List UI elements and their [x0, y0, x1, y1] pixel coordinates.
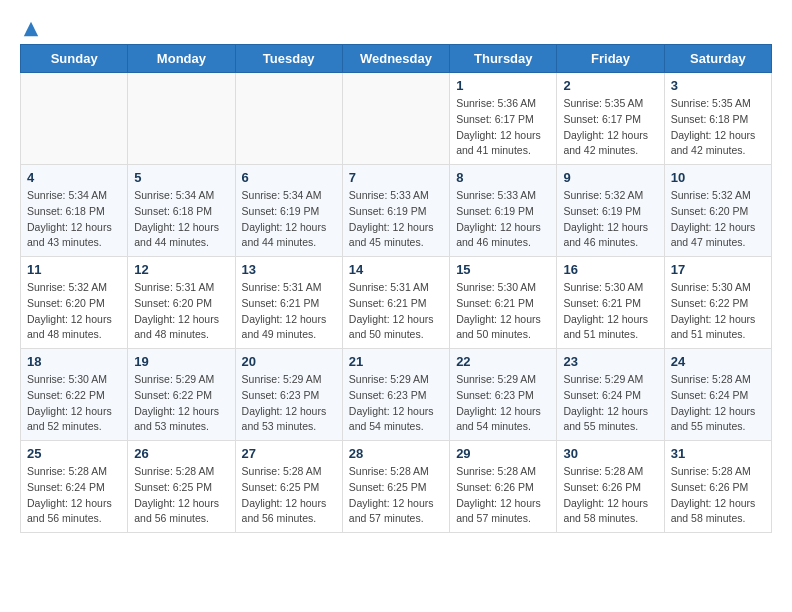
calendar-week-5: 25Sunrise: 5:28 AM Sunset: 6:24 PM Dayli…: [21, 441, 772, 533]
day-info: Sunrise: 5:29 AM Sunset: 6:22 PM Dayligh…: [134, 372, 228, 435]
day-number: 2: [563, 78, 657, 93]
day-info: Sunrise: 5:28 AM Sunset: 6:24 PM Dayligh…: [671, 372, 765, 435]
logo: [20, 20, 40, 34]
calendar-cell: [128, 73, 235, 165]
calendar-cell: 28Sunrise: 5:28 AM Sunset: 6:25 PM Dayli…: [342, 441, 449, 533]
calendar-week-2: 4Sunrise: 5:34 AM Sunset: 6:18 PM Daylig…: [21, 165, 772, 257]
day-number: 27: [242, 446, 336, 461]
day-info: Sunrise: 5:30 AM Sunset: 6:21 PM Dayligh…: [456, 280, 550, 343]
calendar-cell: 9Sunrise: 5:32 AM Sunset: 6:19 PM Daylig…: [557, 165, 664, 257]
day-header-sunday: Sunday: [21, 45, 128, 73]
page-header: [20, 20, 772, 34]
day-number: 25: [27, 446, 121, 461]
day-header-tuesday: Tuesday: [235, 45, 342, 73]
day-info: Sunrise: 5:29 AM Sunset: 6:24 PM Dayligh…: [563, 372, 657, 435]
day-number: 22: [456, 354, 550, 369]
calendar-cell: 12Sunrise: 5:31 AM Sunset: 6:20 PM Dayli…: [128, 257, 235, 349]
calendar-cell: [21, 73, 128, 165]
day-header-monday: Monday: [128, 45, 235, 73]
day-info: Sunrise: 5:29 AM Sunset: 6:23 PM Dayligh…: [242, 372, 336, 435]
day-number: 23: [563, 354, 657, 369]
day-info: Sunrise: 5:28 AM Sunset: 6:25 PM Dayligh…: [134, 464, 228, 527]
calendar-cell: 15Sunrise: 5:30 AM Sunset: 6:21 PM Dayli…: [450, 257, 557, 349]
calendar-cell: 7Sunrise: 5:33 AM Sunset: 6:19 PM Daylig…: [342, 165, 449, 257]
day-info: Sunrise: 5:33 AM Sunset: 6:19 PM Dayligh…: [349, 188, 443, 251]
day-number: 18: [27, 354, 121, 369]
calendar-cell: 11Sunrise: 5:32 AM Sunset: 6:20 PM Dayli…: [21, 257, 128, 349]
calendar-cell: 5Sunrise: 5:34 AM Sunset: 6:18 PM Daylig…: [128, 165, 235, 257]
day-number: 29: [456, 446, 550, 461]
day-info: Sunrise: 5:30 AM Sunset: 6:22 PM Dayligh…: [27, 372, 121, 435]
day-number: 1: [456, 78, 550, 93]
day-info: Sunrise: 5:32 AM Sunset: 6:20 PM Dayligh…: [27, 280, 121, 343]
day-info: Sunrise: 5:28 AM Sunset: 6:26 PM Dayligh…: [563, 464, 657, 527]
calendar-week-4: 18Sunrise: 5:30 AM Sunset: 6:22 PM Dayli…: [21, 349, 772, 441]
calendar-cell: 31Sunrise: 5:28 AM Sunset: 6:26 PM Dayli…: [664, 441, 771, 533]
day-info: Sunrise: 5:29 AM Sunset: 6:23 PM Dayligh…: [349, 372, 443, 435]
calendar-cell: 18Sunrise: 5:30 AM Sunset: 6:22 PM Dayli…: [21, 349, 128, 441]
day-info: Sunrise: 5:28 AM Sunset: 6:24 PM Dayligh…: [27, 464, 121, 527]
day-info: Sunrise: 5:31 AM Sunset: 6:20 PM Dayligh…: [134, 280, 228, 343]
day-number: 5: [134, 170, 228, 185]
day-header-friday: Friday: [557, 45, 664, 73]
day-info: Sunrise: 5:36 AM Sunset: 6:17 PM Dayligh…: [456, 96, 550, 159]
calendar-cell: 29Sunrise: 5:28 AM Sunset: 6:26 PM Dayli…: [450, 441, 557, 533]
calendar-cell: 10Sunrise: 5:32 AM Sunset: 6:20 PM Dayli…: [664, 165, 771, 257]
day-info: Sunrise: 5:30 AM Sunset: 6:21 PM Dayligh…: [563, 280, 657, 343]
day-info: Sunrise: 5:33 AM Sunset: 6:19 PM Dayligh…: [456, 188, 550, 251]
day-number: 19: [134, 354, 228, 369]
calendar-cell: 30Sunrise: 5:28 AM Sunset: 6:26 PM Dayli…: [557, 441, 664, 533]
calendar-cell: 1Sunrise: 5:36 AM Sunset: 6:17 PM Daylig…: [450, 73, 557, 165]
calendar-cell: 6Sunrise: 5:34 AM Sunset: 6:19 PM Daylig…: [235, 165, 342, 257]
calendar-cell: 8Sunrise: 5:33 AM Sunset: 6:19 PM Daylig…: [450, 165, 557, 257]
calendar-cell: 3Sunrise: 5:35 AM Sunset: 6:18 PM Daylig…: [664, 73, 771, 165]
calendar-cell: 19Sunrise: 5:29 AM Sunset: 6:22 PM Dayli…: [128, 349, 235, 441]
calendar-cell: 21Sunrise: 5:29 AM Sunset: 6:23 PM Dayli…: [342, 349, 449, 441]
day-header-thursday: Thursday: [450, 45, 557, 73]
calendar-cell: 14Sunrise: 5:31 AM Sunset: 6:21 PM Dayli…: [342, 257, 449, 349]
calendar-cell: 2Sunrise: 5:35 AM Sunset: 6:17 PM Daylig…: [557, 73, 664, 165]
day-info: Sunrise: 5:28 AM Sunset: 6:25 PM Dayligh…: [349, 464, 443, 527]
calendar-cell: 20Sunrise: 5:29 AM Sunset: 6:23 PM Dayli…: [235, 349, 342, 441]
calendar-week-1: 1Sunrise: 5:36 AM Sunset: 6:17 PM Daylig…: [21, 73, 772, 165]
day-info: Sunrise: 5:34 AM Sunset: 6:19 PM Dayligh…: [242, 188, 336, 251]
day-info: Sunrise: 5:32 AM Sunset: 6:19 PM Dayligh…: [563, 188, 657, 251]
day-info: Sunrise: 5:30 AM Sunset: 6:22 PM Dayligh…: [671, 280, 765, 343]
calendar-cell: 17Sunrise: 5:30 AM Sunset: 6:22 PM Dayli…: [664, 257, 771, 349]
calendar-cell: 4Sunrise: 5:34 AM Sunset: 6:18 PM Daylig…: [21, 165, 128, 257]
calendar-cell: 24Sunrise: 5:28 AM Sunset: 6:24 PM Dayli…: [664, 349, 771, 441]
day-info: Sunrise: 5:35 AM Sunset: 6:18 PM Dayligh…: [671, 96, 765, 159]
day-info: Sunrise: 5:35 AM Sunset: 6:17 PM Dayligh…: [563, 96, 657, 159]
day-number: 6: [242, 170, 336, 185]
day-number: 31: [671, 446, 765, 461]
day-header-wednesday: Wednesday: [342, 45, 449, 73]
calendar-cell: 22Sunrise: 5:29 AM Sunset: 6:23 PM Dayli…: [450, 349, 557, 441]
day-info: Sunrise: 5:28 AM Sunset: 6:25 PM Dayligh…: [242, 464, 336, 527]
calendar-cell: [342, 73, 449, 165]
day-number: 17: [671, 262, 765, 277]
calendar-cell: [235, 73, 342, 165]
day-number: 14: [349, 262, 443, 277]
day-number: 30: [563, 446, 657, 461]
day-info: Sunrise: 5:28 AM Sunset: 6:26 PM Dayligh…: [456, 464, 550, 527]
day-number: 10: [671, 170, 765, 185]
day-number: 12: [134, 262, 228, 277]
day-info: Sunrise: 5:34 AM Sunset: 6:18 PM Dayligh…: [27, 188, 121, 251]
day-info: Sunrise: 5:28 AM Sunset: 6:26 PM Dayligh…: [671, 464, 765, 527]
day-number: 21: [349, 354, 443, 369]
calendar-cell: 13Sunrise: 5:31 AM Sunset: 6:21 PM Dayli…: [235, 257, 342, 349]
day-number: 16: [563, 262, 657, 277]
calendar-table: SundayMondayTuesdayWednesdayThursdayFrid…: [20, 44, 772, 533]
calendar-cell: 26Sunrise: 5:28 AM Sunset: 6:25 PM Dayli…: [128, 441, 235, 533]
logo-icon: [22, 20, 40, 38]
day-info: Sunrise: 5:32 AM Sunset: 6:20 PM Dayligh…: [671, 188, 765, 251]
day-number: 13: [242, 262, 336, 277]
svg-marker-0: [24, 22, 38, 36]
day-number: 9: [563, 170, 657, 185]
day-info: Sunrise: 5:31 AM Sunset: 6:21 PM Dayligh…: [349, 280, 443, 343]
day-header-saturday: Saturday: [664, 45, 771, 73]
day-number: 20: [242, 354, 336, 369]
day-number: 4: [27, 170, 121, 185]
calendar-cell: 23Sunrise: 5:29 AM Sunset: 6:24 PM Dayli…: [557, 349, 664, 441]
calendar-cell: 16Sunrise: 5:30 AM Sunset: 6:21 PM Dayli…: [557, 257, 664, 349]
